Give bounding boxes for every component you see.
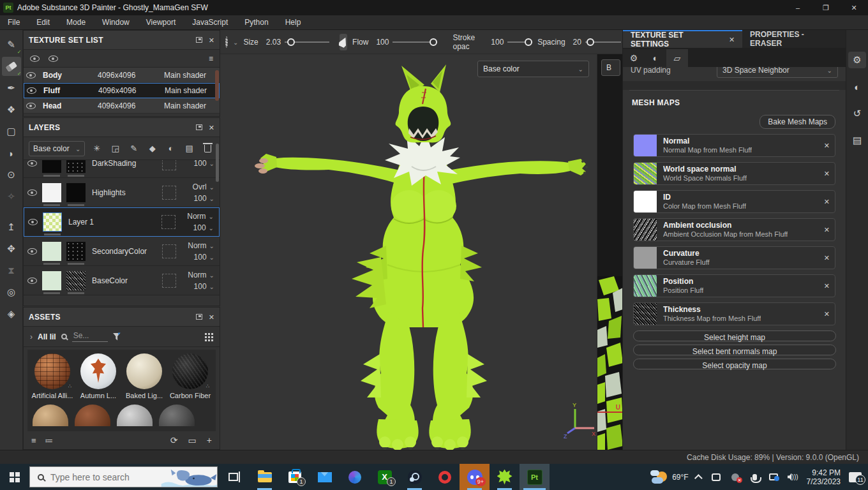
layer-mask-thumbnail[interactable] <box>66 271 86 290</box>
menu-python[interactable]: Python <box>244 18 268 27</box>
smart-selection-tool-button[interactable]: ▢ <box>2 122 21 141</box>
layer-opacity[interactable]: 100 <box>176 253 214 262</box>
menu-help[interactable]: Help <box>285 18 301 27</box>
falloff-icon[interactable] <box>440 37 445 47</box>
mesh-geometry-icon[interactable]: ▱ <box>666 49 688 67</box>
mesh-map-thickness[interactable]: Thickness Thickness Map from Mesh Fluff <box>633 302 835 325</box>
texture-set-row-body[interactable]: Body 4096x4096 Main shader <box>24 68 220 83</box>
expand-chevron-icon[interactable]: › <box>30 332 33 341</box>
remove-map-icon[interactable] <box>824 309 830 318</box>
cast-screen-icon[interactable] <box>768 472 779 482</box>
add-effect-wand-icon[interactable]: ✳ <box>90 142 103 156</box>
layer-blend-mode[interactable]: Norm <box>176 212 214 221</box>
texture-set-row-fluff[interactable]: Fluff 4096x4096 Main shader <box>24 83 220 98</box>
remove-map-icon[interactable] <box>824 253 830 262</box>
layer-blend-mode[interactable]: Ovrl <box>176 182 214 191</box>
layer-thumbnail[interactable] <box>43 212 62 232</box>
asset-item[interactable]: ∴ Carbon Fiber <box>170 353 210 399</box>
asset-thumbnail[interactable] <box>75 405 110 426</box>
import-assets-icon[interactable]: ≔ <box>45 436 54 445</box>
clone-tool-button[interactable]: ⊙ <box>2 165 21 184</box>
search-input[interactable] <box>50 472 146 482</box>
close-panel-icon[interactable] <box>209 36 214 45</box>
spacing-value[interactable]: 20 <box>573 38 581 47</box>
bake-button-sidebar[interactable]: ✥ <box>2 239 21 258</box>
remove-map-icon[interactable] <box>824 141 830 150</box>
weather-widget[interactable]: 69°F <box>650 470 688 484</box>
layer-mask-thumbnail[interactable] <box>66 160 86 173</box>
layer-thumbnail[interactable] <box>42 242 61 261</box>
select-opacity-map-button[interactable]: Select opacity map <box>633 359 836 369</box>
taskbar-file-explorer[interactable] <box>250 464 280 490</box>
smudge-tool-button[interactable]: ◗ <box>2 144 21 163</box>
select-height-map-button[interactable]: Select height map <box>633 330 836 341</box>
layer-row-highlights[interactable]: Highlights Ovrl 100 <box>24 178 220 207</box>
taskbar-xbox[interactable]: X 1 <box>370 464 400 490</box>
filter-icon[interactable] <box>113 333 121 341</box>
visibility-eye-icon[interactable] <box>26 72 36 78</box>
taskbar-mail[interactable] <box>310 464 340 490</box>
material-picker-tool-button[interactable]: ✧ <box>2 187 21 206</box>
layer-row-layer1[interactable]: Layer 1 Norm 100 <box>24 207 220 237</box>
mesh-map-normal[interactable]: Normal Normal Map from Mesh Fluff <box>633 134 835 157</box>
remove-map-icon[interactable] <box>824 169 830 178</box>
uv-padding-dropdown[interactable]: 3D Space Neighbor <box>717 67 838 78</box>
scrollbar-thumb[interactable] <box>215 70 219 101</box>
menu-javascript[interactable]: JavaScript <box>192 18 228 27</box>
taskbar-microsoft-store[interactable]: 1 <box>280 464 310 490</box>
export-button[interactable]: ↥ <box>2 218 21 237</box>
visibility-eye-icon[interactable] <box>27 87 36 94</box>
mesh-map-ambient-occlusion[interactable]: Ambient occlusion Ambient Occlusion Map … <box>633 218 835 241</box>
shelf-button[interactable]: ◈ <box>2 304 21 323</box>
menu-file[interactable]: File <box>8 18 20 27</box>
refresh-icon[interactable]: ⟳ <box>170 435 178 445</box>
taskbar-substance-painter[interactable]: Pt <box>520 464 550 490</box>
remove-map-icon[interactable] <box>824 197 830 206</box>
taskbar-search-box[interactable] <box>29 466 218 487</box>
layer-visibility-icon[interactable] <box>28 219 38 225</box>
stroke-opacity-slider[interactable] <box>507 41 532 43</box>
add-smart-mask-icon[interactable]: ◐ <box>164 142 177 156</box>
size-slider[interactable] <box>285 41 329 43</box>
taskbar-opera[interactable] <box>430 464 460 490</box>
layer-opacity[interactable]: 100 <box>176 223 214 232</box>
general-settings-icon[interactable]: ⚙ <box>623 49 645 67</box>
history-sidebar-button[interactable]: ⧗ <box>2 261 21 280</box>
uv-2d-view-strip[interactable]: B U <box>597 54 622 450</box>
layer-opacity[interactable]: 100 <box>176 160 214 168</box>
close-panel-icon[interactable] <box>209 313 214 322</box>
layer-visibility-icon[interactable] <box>27 160 37 167</box>
start-button[interactable] <box>0 464 29 490</box>
layer-blend-mode[interactable]: Norm <box>176 271 214 279</box>
taskbar-office[interactable] <box>340 464 370 490</box>
task-view-button[interactable] <box>220 464 246 490</box>
log-icon[interactable]: ▤ <box>848 132 866 149</box>
layer-mask-thumbnail[interactable] <box>66 183 86 202</box>
layer-row-secondarycolor[interactable]: SecondaryColor Norm 100 <box>24 237 220 266</box>
assets-breadcrumb[interactable]: All lil <box>38 332 56 341</box>
add-smart-material-icon[interactable]: ◲ <box>108 142 122 156</box>
layer-thumbnail[interactable] <box>42 271 61 290</box>
new-folder-icon[interactable]: ▭ <box>188 435 197 445</box>
tab-properties-eraser[interactable]: PROPERTIES - ERASER <box>742 30 846 48</box>
asset-item[interactable]: Baked Lig... <box>124 353 164 399</box>
taskbar-steam[interactable] <box>400 464 430 490</box>
size-value[interactable]: 2.03 <box>266 38 281 47</box>
menu-window[interactable]: Window <box>102 18 130 27</box>
asset-thumbnail[interactable] <box>117 405 153 426</box>
asset-item[interactable]: ∴ Artificial Alli... <box>33 353 72 399</box>
menu-mode[interactable]: Mode <box>66 18 86 27</box>
bake-mesh-maps-button[interactable]: Bake Mesh Maps <box>760 115 835 129</box>
mesh-map-id[interactable]: ID Color Map from Mesh Fluff <box>633 190 835 213</box>
remove-map-icon[interactable] <box>824 225 830 234</box>
partial-toolbar-button[interactable]: B <box>601 59 620 76</box>
maximize-button[interactable]: ❐ <box>812 0 840 15</box>
tray-overflow-chevron-icon[interactable] <box>694 474 703 482</box>
layer-visibility-icon[interactable] <box>27 248 37 255</box>
solo-visibility-icon[interactable] <box>49 56 58 62</box>
eraser-tool-button[interactable]: ✓ <box>2 57 21 76</box>
toggle-all-visibility-icon[interactable] <box>30 56 40 62</box>
layer-thumbnail[interactable] <box>42 183 61 202</box>
flow-slider[interactable] <box>393 41 437 43</box>
add-folder-icon[interactable]: ▤ <box>183 142 196 156</box>
